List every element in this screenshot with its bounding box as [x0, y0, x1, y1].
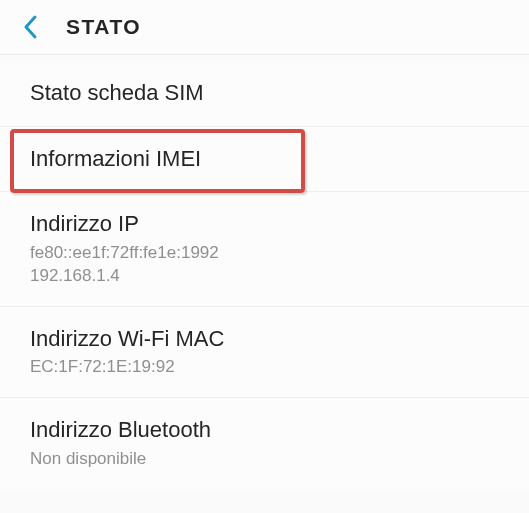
list-item-sim-status[interactable]: Stato scheda SIM	[0, 61, 529, 127]
item-subtitle: Non disponibile	[30, 448, 499, 471]
back-icon[interactable]	[22, 14, 38, 40]
settings-list: Stato scheda SIM Informazioni IMEI Indir…	[0, 55, 529, 489]
list-item-wifi-mac[interactable]: Indirizzo Wi-Fi MAC EC:1F:72:1E:19:92	[0, 307, 529, 399]
item-title: Informazioni IMEI	[30, 145, 499, 174]
item-title: Indirizzo Wi-Fi MAC	[30, 325, 499, 354]
item-title: Stato scheda SIM	[30, 79, 499, 108]
page-title: STATO	[66, 15, 141, 39]
list-item-imei-info[interactable]: Informazioni IMEI	[0, 127, 529, 193]
list-item-ip-address[interactable]: Indirizzo IP fe80::ee1f:72ff:fe1e:1992 1…	[0, 192, 529, 306]
item-title: Indirizzo IP	[30, 210, 499, 239]
item-subtitle: fe80::ee1f:72ff:fe1e:1992 192.168.1.4	[30, 242, 499, 288]
header-bar: STATO	[0, 0, 529, 55]
item-subtitle: EC:1F:72:1E:19:92	[30, 356, 499, 379]
item-title: Indirizzo Bluetooth	[30, 416, 499, 445]
list-item-bluetooth[interactable]: Indirizzo Bluetooth Non disponibile	[0, 398, 529, 489]
